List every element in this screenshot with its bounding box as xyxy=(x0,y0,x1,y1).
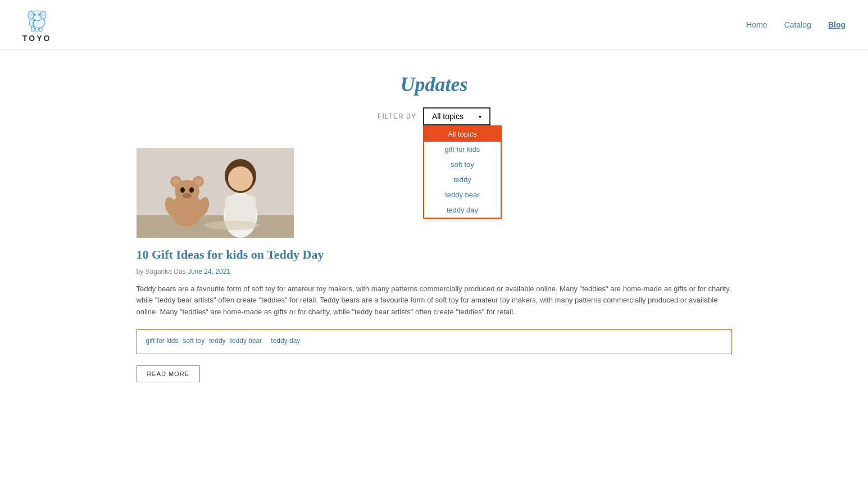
filter-label: FILTER BY xyxy=(378,112,416,120)
svg-rect-28 xyxy=(225,196,256,224)
post-title-link[interactable]: 10 Gift Ideas for kids on Teddy Day xyxy=(137,247,324,261)
svg-point-10 xyxy=(42,14,44,16)
tag-gift-for-kids[interactable]: gift for kids xyxy=(146,337,179,347)
post-excerpt: Teddy bears are a favourite form of soft… xyxy=(137,283,732,318)
dropdown-selected-label: All topics xyxy=(432,112,463,121)
filter-dropdown-menu: All topics gift for kids soft toy teddy … xyxy=(423,125,502,219)
logo-area: TOYO xyxy=(22,7,51,43)
filter-dropdown-button[interactable]: All topics ▾ xyxy=(423,107,490,125)
dropdown-item-teddy[interactable]: teddy xyxy=(424,172,501,187)
post-title[interactable]: 10 Gift Ideas for kids on Teddy Day xyxy=(137,247,732,263)
svg-point-18 xyxy=(172,178,179,185)
post-by-label: by xyxy=(137,268,144,275)
svg-point-26 xyxy=(228,166,253,191)
post-tags-box: gift for kids soft toy teddy teddy bear … xyxy=(137,329,732,354)
nav-blog[interactable]: Blog xyxy=(828,20,846,29)
dropdown-item-soft-toy[interactable]: soft toy xyxy=(424,157,501,172)
tag-teddy-bear[interactable]: teddy bear xyxy=(230,337,262,347)
post-image xyxy=(137,148,294,238)
svg-rect-7 xyxy=(35,28,38,31)
svg-rect-8 xyxy=(39,28,42,31)
svg-point-19 xyxy=(195,178,202,185)
dropdown-item-teddy-bear[interactable]: teddy bear xyxy=(424,187,501,202)
main-content: Updates FILTER BY All topics ▾ All topic… xyxy=(125,50,743,405)
dropdown-item-gift-for-kids[interactable]: gift for kids xyxy=(424,142,501,157)
svg-point-9 xyxy=(30,14,32,16)
nav-catalog[interactable]: Catalog xyxy=(784,20,811,29)
filter-dropdown-wrapper: All topics ▾ All topics gift for kids so… xyxy=(423,107,490,125)
filter-row: FILTER BY All topics ▾ All topics gift f… xyxy=(137,107,732,125)
post-author: Sagarika Das xyxy=(146,268,186,275)
chevron-down-icon: ▾ xyxy=(479,114,481,120)
main-nav: Home Catalog Blog xyxy=(746,20,846,29)
tag-soft-toy[interactable]: soft toy xyxy=(183,337,205,347)
svg-rect-6 xyxy=(31,27,34,31)
header: TOYO Home Catalog Blog xyxy=(0,0,868,50)
svg-point-4 xyxy=(34,14,35,16)
svg-rect-12 xyxy=(137,148,294,215)
svg-point-5 xyxy=(38,14,40,16)
post-meta: by Sagarika Das June 24, 2021 xyxy=(137,268,732,275)
svg-point-20 xyxy=(180,187,185,193)
svg-point-29 xyxy=(204,221,260,230)
read-more-button[interactable]: READ MORE xyxy=(137,365,201,382)
logo-text: TOYO xyxy=(22,34,51,43)
page-title: Updates xyxy=(137,73,732,96)
nav-home[interactable]: Home xyxy=(746,20,767,29)
dropdown-item-all-topics[interactable]: All topics xyxy=(424,126,501,142)
updates-section: Updates FILTER BY All topics ▾ All topic… xyxy=(137,73,732,125)
post-date: June 24, 2021 xyxy=(188,268,230,275)
tag-teddy-day[interactable]: teddy day xyxy=(271,337,300,347)
post-image-svg xyxy=(137,148,294,238)
svg-point-21 xyxy=(189,187,194,193)
dropdown-item-teddy-day[interactable]: teddy day xyxy=(424,202,501,218)
tag-teddy[interactable]: teddy xyxy=(209,337,225,347)
svg-point-22 xyxy=(183,193,192,198)
logo-icon xyxy=(24,7,51,34)
